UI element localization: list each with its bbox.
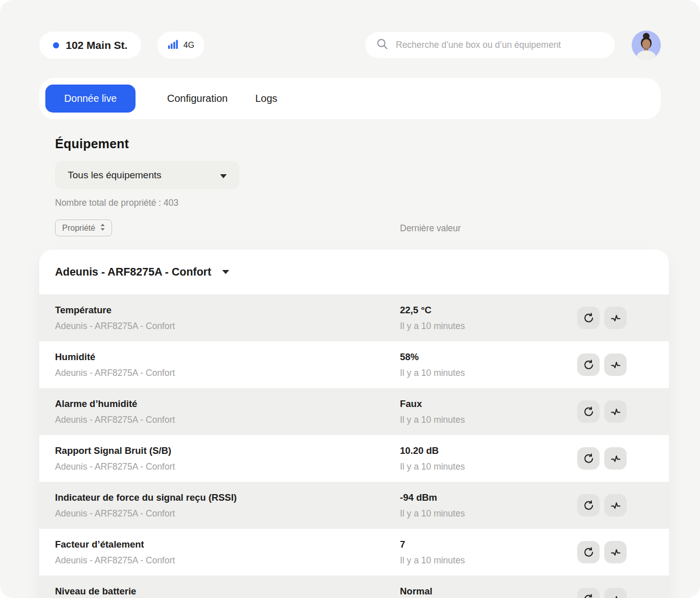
property-value: 58% <box>400 351 465 363</box>
property-row: Rapport Signal Bruit (S/B) Adeunis - ARF… <box>39 435 669 482</box>
search-icon <box>376 38 389 52</box>
activity-pulse-icon <box>610 406 622 418</box>
status-dot-icon <box>53 42 59 48</box>
refresh-icon <box>583 406 595 418</box>
activity-pulse-icon <box>610 453 622 465</box>
property-row: Alarme d’humidité Adeunis - ARF8275A - C… <box>39 388 669 435</box>
history-chart-button[interactable] <box>604 588 627 598</box>
property-last-value: -94 dBm Il y a 10 minutes <box>400 492 465 519</box>
property-row: Niveau de batterie Adeunis - ARF8275A - … <box>39 576 669 598</box>
history-chart-button[interactable] <box>604 494 627 517</box>
history-chart-button[interactable] <box>604 447 627 470</box>
sort-by-property-button[interactable]: Propriété <box>55 220 112 236</box>
refresh-button[interactable] <box>577 541 600 563</box>
tab-donnee-live[interactable]: Donnée live <box>45 85 136 113</box>
location-selector[interactable]: 102 Main St. <box>39 32 141 59</box>
property-timestamp: Il y a 10 minutes <box>400 508 465 519</box>
property-last-value: 58% Il y a 10 minutes <box>400 351 465 378</box>
property-source: Adeunis - ARF8275A - Confort <box>55 321 653 332</box>
caret-down-icon <box>222 270 229 274</box>
property-name: Température <box>55 305 653 316</box>
property-name: Indicateur de force du signal reçu (RSSI… <box>55 492 653 503</box>
property-row: Facteur d’étalement Adeunis - ARF8275A -… <box>39 529 669 576</box>
property-row: Température Adeunis - ARF8275A - Confort… <box>39 294 669 341</box>
history-chart-button[interactable] <box>604 354 627 376</box>
property-timestamp: Il y a 10 minutes <box>400 461 465 472</box>
search-bar <box>365 32 615 58</box>
network-status: 4G <box>157 32 204 59</box>
history-chart-button[interactable] <box>604 307 627 329</box>
row-actions <box>577 447 627 470</box>
property-name: Humidité <box>55 351 653 363</box>
property-value: 22,5 °C <box>400 305 465 316</box>
property-count: Nombre total de propriété : 403 <box>55 198 178 208</box>
device-card-title: Adeunis - ARF8275A - Confort <box>55 266 211 279</box>
refresh-button[interactable] <box>577 588 600 598</box>
tab-configuration[interactable]: Configuration <box>153 85 241 113</box>
history-chart-button[interactable] <box>604 541 627 563</box>
property-timestamp: Il y a 10 minutes <box>400 415 465 425</box>
property-timestamp: Il y a 10 minutes <box>400 555 465 566</box>
property-name: Alarme d’humidité <box>55 398 653 410</box>
activity-pulse-icon <box>610 359 622 371</box>
last-value-column-header: Dernière valeur <box>400 223 461 234</box>
property-source: Adeunis - ARF8275A - Confort <box>55 555 653 566</box>
search-input[interactable] <box>396 40 604 50</box>
property-source: Adeunis - ARF8275A - Confort <box>55 415 653 425</box>
property-last-value: 22,5 °C Il y a 10 minutes <box>400 305 465 332</box>
activity-pulse-icon <box>610 312 622 324</box>
network-label: 4G <box>183 41 194 50</box>
property-name: Facteur d’étalement <box>55 539 653 550</box>
row-actions <box>577 307 627 329</box>
refresh-icon <box>583 359 595 371</box>
refresh-button[interactable] <box>577 400 600 423</box>
refresh-icon <box>583 453 595 465</box>
row-actions <box>577 541 627 563</box>
row-actions <box>577 494 627 517</box>
property-source: Adeunis - ARF8275A - Confort <box>55 461 653 472</box>
section-title: Équipement <box>55 137 129 151</box>
refresh-icon <box>583 547 595 558</box>
property-value: Faux <box>400 398 465 410</box>
refresh-button[interactable] <box>577 307 600 329</box>
activity-pulse-icon <box>610 547 622 558</box>
location-label: 102 Main St. <box>66 39 127 51</box>
refresh-button[interactable] <box>577 354 600 376</box>
property-last-value: 10.20 dB Il y a 10 minutes <box>400 445 465 472</box>
row-actions <box>577 400 627 423</box>
property-timestamp: Il y a 10 minutes <box>400 321 465 332</box>
property-name: Rapport Signal Bruit (S/B) <box>55 445 653 456</box>
property-value: 7 <box>400 539 465 550</box>
equipment-select-value: Tous les équipements <box>68 170 161 181</box>
equipment-select[interactable]: Tous les équipements <box>55 161 239 189</box>
activity-pulse-icon <box>610 500 622 511</box>
property-last-value: 7 Il y a 10 minutes <box>400 539 465 566</box>
refresh-button[interactable] <box>577 494 600 517</box>
refresh-icon <box>583 312 595 324</box>
user-avatar[interactable] <box>632 31 661 60</box>
property-last-value: Normal Il y a 10 minutes <box>400 586 465 598</box>
device-card: Adeunis - ARF8275A - Confort Température… <box>39 250 669 598</box>
sort-chip-label: Propriété <box>62 224 95 233</box>
chevron-down-icon <box>220 170 227 181</box>
property-row: Indicateur de force du signal reçu (RSSI… <box>39 482 669 529</box>
property-timestamp: Il y a 10 minutes <box>400 368 465 378</box>
property-value: 10.20 dB <box>400 445 465 456</box>
property-rows: Température Adeunis - ARF8275A - Confort… <box>39 294 669 598</box>
history-chart-button[interactable] <box>604 400 627 423</box>
main-tabs: Donnée live Configuration Logs <box>39 78 661 119</box>
refresh-button[interactable] <box>577 447 600 470</box>
refresh-icon <box>583 593 595 598</box>
row-actions <box>577 354 627 376</box>
property-name: Niveau de batterie <box>55 586 653 597</box>
app-window: 102 Main St. 4G <box>0 0 700 598</box>
sort-arrows-icon <box>100 224 105 233</box>
activity-pulse-icon <box>610 593 622 598</box>
property-last-value: Faux Il y a 10 minutes <box>400 398 465 425</box>
property-value: Normal <box>400 586 465 597</box>
property-row: Humidité Adeunis - ARF8275A - Confort 58… <box>39 341 669 388</box>
device-card-dropdown[interactable]: Adeunis - ARF8275A - Confort <box>39 250 669 294</box>
signal-bars-icon <box>168 39 179 52</box>
refresh-icon <box>583 500 595 511</box>
tab-logs[interactable]: Logs <box>241 85 291 113</box>
